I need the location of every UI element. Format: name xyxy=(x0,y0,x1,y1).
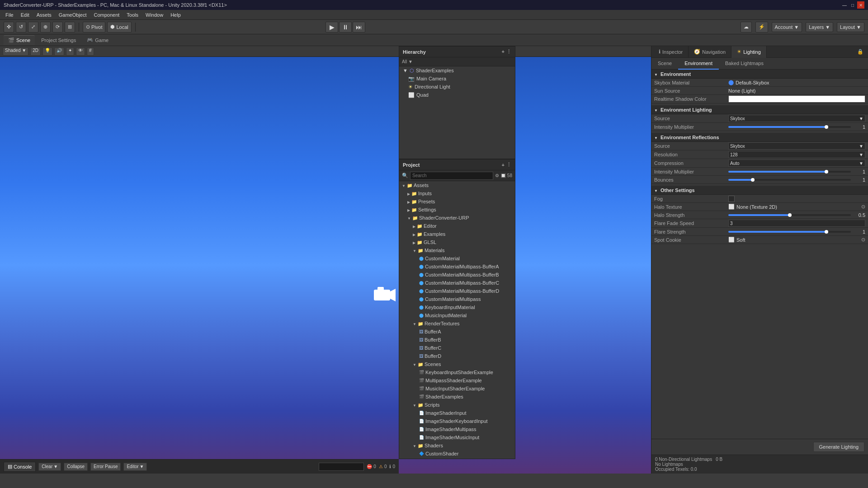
shadow-color-picker[interactable] xyxy=(728,95,865,103)
project-search-input[interactable] xyxy=(410,172,493,180)
ltab-environment[interactable]: Environment xyxy=(678,58,719,70)
project-glsl-folder[interactable]: 📁 GLSL xyxy=(399,238,515,246)
project-keyboardinputmaterial[interactable]: ⬤ KeyboardInputMaterial xyxy=(399,303,515,311)
ltab-scene[interactable]: Scene xyxy=(651,58,678,70)
project-musicinputmaterial[interactable]: ⬤ MusicInputMaterial xyxy=(399,311,515,319)
project-imageshadermusicinput[interactable]: 📄 ImageShaderMusicInput xyxy=(399,433,515,441)
shading-dropdown[interactable]: Shaded ▼ xyxy=(3,47,28,56)
project-custommaterial-buffera[interactable]: ⬤ CustomMaterialMultipass-BufferA xyxy=(399,263,515,271)
inspector-tab[interactable]: ℹ Inspector xyxy=(653,46,689,58)
fog-value[interactable] xyxy=(728,196,865,202)
project-custommaterial-bufferc[interactable]: ⬤ CustomMaterialMultipass-BufferC xyxy=(399,279,515,287)
project-presets-folder[interactable]: 📁 Presets xyxy=(399,197,515,206)
lighting-tab[interactable]: ☀ Lighting xyxy=(731,46,767,58)
env-lighting-intensity-slider[interactable] xyxy=(728,126,851,128)
ltab-baked[interactable]: Baked Lightmaps xyxy=(719,58,770,70)
project-shaders-folder[interactable]: 📁 Shaders xyxy=(399,441,515,450)
refl-source-value[interactable]: Skybox ▼ xyxy=(728,142,865,150)
rect-tool[interactable]: ⟳ xyxy=(52,22,63,33)
env-lighting-source-dropdown[interactable]: Skybox ▼ xyxy=(728,115,865,122)
project-imageshaderkeyboard[interactable]: 📄 ImageShaderKeyboardInput xyxy=(399,417,515,425)
hierarchy-all-label[interactable]: All ▼ xyxy=(402,59,413,64)
project-customshader-ba[interactable]: 🔷 CustomShaderMultipass-BufferA xyxy=(399,458,515,459)
hierarchy-add-icon[interactable]: + xyxy=(502,49,505,55)
env-lighting-intensity-slider-container[interactable]: 1 xyxy=(728,124,865,130)
account-dropdown[interactable]: Account ▼ xyxy=(772,22,802,32)
project-editor-folder[interactable]: 📁 Editor xyxy=(399,222,515,230)
project-rendertextures-folder[interactable]: 📁 RenderTextures xyxy=(399,319,515,328)
hierarchy-item-directionallight[interactable]: ☀ Directional Light xyxy=(399,83,515,91)
refl-compression-value[interactable]: Auto ▼ xyxy=(728,160,865,167)
hierarchy-menu-icon[interactable]: ⋮ xyxy=(506,49,511,55)
navigation-tab[interactable]: 🧭 Navigation xyxy=(689,46,731,58)
other-settings-section-header[interactable]: Other Settings xyxy=(651,186,868,195)
grid-btn[interactable]: # xyxy=(87,47,94,56)
hierarchy-item-maincamera[interactable]: 📷 Main Camera xyxy=(399,75,515,83)
inspector-lock-icon[interactable]: 🔒 xyxy=(854,49,866,55)
flare-strength-slider-container[interactable]: 1 xyxy=(728,229,865,235)
maximize-button[interactable]: □ xyxy=(849,1,856,9)
project-shaderconverter-folder[interactable]: 📁 ShaderConverter-URP xyxy=(399,214,515,222)
rotate-tool[interactable]: ⤢ xyxy=(28,22,38,33)
tab-game[interactable]: 🎮 Game xyxy=(82,35,113,45)
halo-texture-target-icon[interactable]: ⊙ xyxy=(861,204,865,210)
project-add-icon[interactable]: + xyxy=(502,162,505,168)
halo-strength-slider-container[interactable]: 0.5 xyxy=(728,212,865,218)
env-reflections-section-header[interactable]: Environment Reflections xyxy=(651,133,868,142)
project-keyboardshaderexample[interactable]: 🎬 KeyboardInputShaderExample xyxy=(399,368,515,376)
console-collapse-button[interactable]: Collapse xyxy=(64,463,88,471)
project-settings-folder[interactable]: 📁 Settings xyxy=(399,206,515,214)
project-bufferc[interactable]: 🖼 BufferC xyxy=(399,344,515,352)
menu-window[interactable]: Window xyxy=(142,11,167,19)
refl-bounces-slider-container[interactable]: 1 xyxy=(728,177,865,183)
project-imageshaderinput[interactable]: 📄 ImageShaderInput xyxy=(399,409,515,417)
clear-dropdown-icon[interactable]: ▼ xyxy=(53,464,58,469)
local-button[interactable]: ⬢ Local xyxy=(107,22,131,33)
menu-file[interactable]: File xyxy=(2,11,17,19)
minimize-button[interactable]: — xyxy=(841,1,848,9)
pause-button[interactable]: ⏸ xyxy=(339,22,352,33)
collab-button[interactable]: ☁ xyxy=(741,22,752,33)
project-bufferd[interactable]: 🖼 BufferD xyxy=(399,352,515,360)
console-error-pause-button[interactable]: Error Pause xyxy=(90,463,121,471)
fog-checkbox[interactable] xyxy=(728,196,735,202)
audio-toggle[interactable]: 🔊 xyxy=(54,47,64,56)
spot-cookie-target-icon[interactable]: ⊙ xyxy=(861,237,865,243)
refl-resolution-value[interactable]: 128 ▼ xyxy=(728,151,865,158)
refl-source-dropdown[interactable]: Skybox ▼ xyxy=(728,142,865,150)
project-scenes-folder[interactable]: 📁 Scenes xyxy=(399,360,515,368)
light-toggle[interactable]: 💡 xyxy=(42,47,52,56)
project-customshader[interactable]: 🔷 CustomShader xyxy=(399,450,515,458)
2d-toggle[interactable]: 2D xyxy=(30,47,41,56)
project-custommaterial-bufferd[interactable]: ⬤ CustomMaterialMultipass-BufferD xyxy=(399,287,515,295)
refl-compression-dropdown[interactable]: Auto ▼ xyxy=(728,160,865,167)
refl-intensity-slider-container[interactable]: 1 xyxy=(728,169,865,174)
console-clear-button[interactable]: Clear ▼ xyxy=(38,463,61,471)
fx-toggle[interactable]: ✦ xyxy=(66,47,74,56)
cloud-button[interactable]: ⚡ xyxy=(755,22,768,33)
env-lighting-section-header[interactable]: Environment Lighting xyxy=(651,105,868,114)
project-inputs-folder[interactable]: 📁 Inputs xyxy=(399,189,515,197)
console-editor-dropdown[interactable]: Editor ▼ xyxy=(123,463,147,471)
scale-tool[interactable]: ⊕ xyxy=(40,22,51,33)
project-shaderexamples-scene[interactable]: 🎬 ShaderExamples xyxy=(399,393,515,401)
flare-fade-speed-value[interactable] xyxy=(728,220,865,227)
refl-bounces-slider[interactable] xyxy=(728,179,851,181)
menu-help[interactable]: Help xyxy=(167,11,184,19)
project-buffera[interactable]: 🖼 BufferA xyxy=(399,328,515,336)
pivot-button[interactable]: ⊙ Pivot xyxy=(83,22,105,33)
project-custommaterial-bufferb[interactable]: ⬤ CustomMaterialMultipass-BufferB xyxy=(399,271,515,279)
hierarchy-item-shaderexamples[interactable]: ▼ ⬡ ShaderExamples xyxy=(399,66,515,75)
project-materials-folder[interactable]: 📁 Materials xyxy=(399,246,515,254)
project-custommaterial-multi[interactable]: ⬤ CustomMaterialMultipass xyxy=(399,295,515,303)
menu-assets[interactable]: Assets xyxy=(33,11,55,19)
refl-resolution-dropdown[interactable]: 128 ▼ xyxy=(728,151,865,158)
menu-component[interactable]: Component xyxy=(90,11,123,19)
environment-section-header[interactable]: Environment xyxy=(651,70,868,79)
menu-edit[interactable]: Edit xyxy=(17,11,33,19)
generate-lighting-button[interactable]: Generate Lighting xyxy=(813,442,864,452)
halo-strength-slider[interactable] xyxy=(728,214,851,216)
layers-dropdown[interactable]: Layers ▼ xyxy=(806,22,833,32)
console-search-input[interactable] xyxy=(319,463,364,471)
console-tab[interactable]: ▤ Console xyxy=(4,462,36,472)
